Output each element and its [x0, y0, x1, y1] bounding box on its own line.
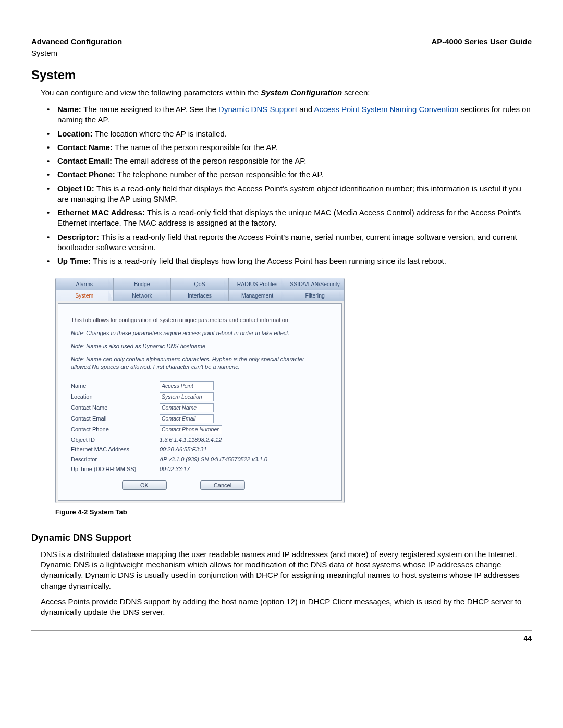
field-contact-name: Contact Name: [71, 403, 329, 412]
bullet-label: Descriptor:: [57, 232, 101, 241]
list-item: Contact Email: The email address of the …: [47, 156, 532, 166]
tab-qos[interactable]: QoS: [171, 278, 229, 290]
field-mac: Ethernet MAC Address 00:20:A6:55:F3:31: [71, 446, 329, 453]
tab-description: This tab allows for configuration of sys…: [71, 316, 329, 324]
ddns-heading: Dynamic DNS Support: [31, 532, 532, 544]
bullet-text: The telephone number of the person respo…: [117, 170, 324, 179]
tab-network[interactable]: Network: [114, 290, 172, 301]
tab-ssid-vlan-security[interactable]: SSID/VLAN/Security: [286, 278, 344, 290]
screenshot-figure: Alarms Bridge QoS RADIUS Profiles SSID/V…: [55, 278, 532, 503]
tab-bridge[interactable]: Bridge: [114, 278, 172, 290]
list-item: Contact Phone: The telephone number of t…: [47, 169, 532, 180]
field-name: Name: [71, 381, 329, 390]
bullet-label: Object ID:: [57, 184, 96, 193]
ddns-paragraph-2: Access Points provide DDNS support by ad…: [41, 597, 532, 618]
bullet-text: This is a read-only field that reports t…: [57, 232, 517, 252]
page-header: Advanced Configuration AP-4000 Series Us…: [31, 36, 532, 48]
object-id-value: 1.3.6.1.4.1.11898.2.4.12: [160, 436, 222, 444]
bullet-label: Contact Phone:: [57, 170, 117, 179]
field-contact-phone: Contact Phone: [71, 425, 329, 434]
intro-prefix: You can configure and view the following…: [41, 88, 261, 97]
header-left: Advanced Configuration: [31, 36, 122, 47]
bullet-text: The location where the AP is installed.: [95, 129, 227, 138]
note-ddns: Note: Name is also used as Dynamic DNS h…: [71, 342, 329, 350]
tab-filtering[interactable]: Filtering: [286, 290, 344, 301]
bullet-label: Ethernet MAC Address:: [57, 208, 147, 217]
contact-email-label: Contact Email: [71, 415, 160, 423]
tab-alarms[interactable]: Alarms: [56, 278, 114, 290]
tab-radius-profiles[interactable]: RADIUS Profiles: [229, 278, 287, 290]
field-object-id: Object ID 1.3.6.1.4.1.11898.2.4.12: [71, 436, 329, 444]
name-label: Name: [71, 382, 160, 390]
page-footer: 44: [31, 630, 532, 644]
tab-management[interactable]: Management: [229, 290, 287, 301]
bullet-list: Name: The name assigned to the AP. See t…: [47, 104, 532, 266]
list-item: Descriptor: This is a read-only field th…: [47, 232, 532, 253]
tabs-row-bottom: System Network Interfaces Management Fil…: [56, 290, 344, 301]
header-sub: System: [31, 48, 532, 61]
list-item: Name: The name assigned to the AP. See t…: [47, 104, 532, 126]
tab-content: This tab allows for configuration of sys…: [58, 303, 342, 501]
note-name-rules: Note: Name can only contain alphanumeric…: [71, 355, 329, 371]
list-item: Ethernet MAC Address: This is a read-onl…: [47, 207, 532, 229]
uptime-label: Up Time (DD:HH:MM:SS): [71, 465, 160, 473]
ddns-paragraph-1: DNS is a distributed database mapping th…: [41, 549, 532, 591]
field-location: Location: [71, 392, 329, 401]
screenshot: Alarms Bridge QoS RADIUS Profiles SSID/V…: [55, 278, 345, 503]
bullet-mid: and: [299, 105, 314, 114]
bullet-label: Location:: [57, 129, 95, 138]
section-title: System: [31, 67, 532, 83]
mac-label: Ethernet MAC Address: [71, 446, 160, 453]
list-item: Object ID: This is a read-only field tha…: [47, 183, 532, 205]
header-right: AP-4000 Series User Guide: [431, 36, 532, 47]
cancel-button[interactable]: Cancel: [200, 480, 245, 490]
figure-caption: Figure 4-2 System Tab: [55, 508, 532, 517]
tabs-row-top: Alarms Bridge QoS RADIUS Profiles SSID/V…: [56, 278, 344, 290]
bullet-label: Contact Name:: [57, 143, 115, 152]
mac-value: 00:20:A6:55:F3:31: [160, 446, 207, 453]
tab-interfaces[interactable]: Interfaces: [171, 290, 229, 301]
note-reboot: Note: Changes to these parameters requir…: [71, 329, 329, 337]
field-contact-email: Contact Email: [71, 414, 329, 423]
contact-email-input[interactable]: [160, 414, 214, 423]
page-number: 44: [523, 634, 532, 643]
bullet-text: This is a read-only field that displays …: [57, 184, 521, 203]
bullet-label: Name:: [57, 105, 83, 114]
descriptor-label: Descriptor: [71, 455, 160, 463]
tab-system[interactable]: System: [56, 290, 114, 301]
location-label: Location: [71, 393, 160, 401]
bullet-text: The name of the person responsible for t…: [115, 143, 277, 152]
field-uptime: Up Time (DD:HH:MM:SS) 00:02:33:17: [71, 465, 329, 473]
button-row: OK Cancel: [122, 480, 329, 490]
bullet-label: Contact Email:: [57, 156, 114, 165]
link-naming-convention[interactable]: Access Point System Naming Convention: [314, 105, 459, 114]
contact-phone-label: Contact Phone: [71, 426, 160, 434]
bullet-label: Up Time:: [57, 256, 93, 265]
contact-phone-input[interactable]: [160, 425, 222, 434]
ok-button[interactable]: OK: [122, 480, 167, 490]
contact-name-label: Contact Name: [71, 404, 160, 412]
intro-text: You can configure and view the following…: [41, 88, 532, 98]
link-ddns[interactable]: Dynamic DNS Support: [218, 105, 297, 114]
descriptor-value: AP v3.1.0 (939) SN-04UT45570522 v3.1.0: [160, 455, 267, 463]
uptime-value: 00:02:33:17: [160, 465, 190, 473]
intro-bold: System Configuration: [261, 88, 342, 97]
list-item: Up Time: This is a read-only field that …: [47, 256, 532, 266]
contact-name-input[interactable]: [160, 403, 214, 412]
bullet-text: This is a read-only field that displays …: [93, 256, 446, 265]
list-item: Location: The location where the AP is i…: [47, 129, 532, 139]
bullet-text: The name assigned to the AP. See the: [83, 105, 218, 114]
field-descriptor: Descriptor AP v3.1.0 (939) SN-04UT455705…: [71, 455, 329, 463]
location-input[interactable]: [160, 392, 214, 401]
object-id-label: Object ID: [71, 436, 160, 444]
name-input[interactable]: [160, 381, 214, 390]
bullet-text: The email address of the person responsi…: [114, 156, 306, 165]
list-item: Contact Name: The name of the person res…: [47, 142, 532, 153]
intro-suffix: screen:: [344, 88, 370, 97]
